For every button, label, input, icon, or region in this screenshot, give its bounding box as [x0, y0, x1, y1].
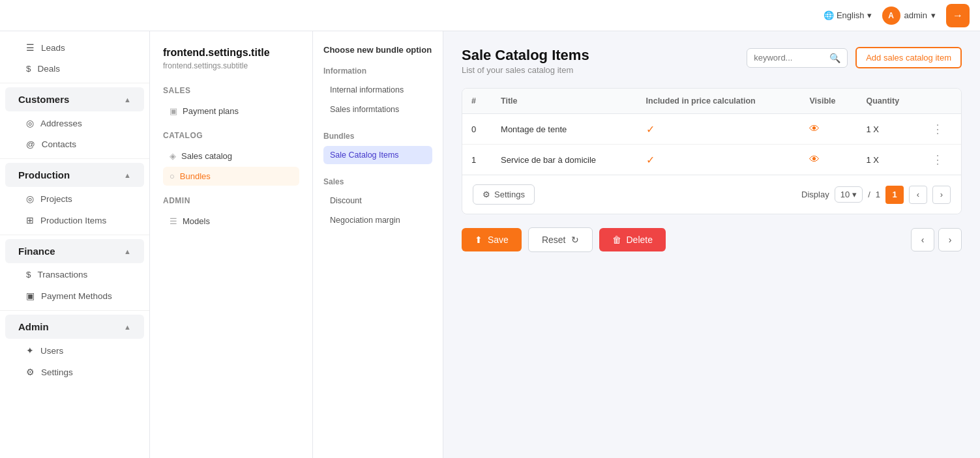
- catalog-header: Sale Catalog Items List of your sales ca…: [462, 47, 962, 75]
- display-count-selector[interactable]: 10 ▾: [835, 186, 863, 203]
- row-quantity: 1 X: [857, 114, 923, 145]
- add-catalog-item-button[interactable]: Add sales catalog item: [855, 47, 962, 68]
- row-visible[interactable]: 👁: [800, 145, 857, 175]
- nav-next-button[interactable]: ›: [938, 228, 962, 251]
- sidebar: ☰ Leads $ Deals Customers ▲ ◎ Addresses …: [0, 31, 150, 458]
- col-header-actions: [923, 89, 961, 114]
- check-icon: ✓: [646, 154, 655, 165]
- row-id: 1: [462, 145, 492, 175]
- payment-plans-icon: ▣: [170, 106, 177, 116]
- sidebar-item-projects[interactable]: ◎ Projects: [5, 188, 144, 209]
- catalog-title: Sale Catalog Items: [462, 47, 589, 64]
- reset-icon: ↻: [571, 235, 579, 245]
- contacts-icon: @: [26, 139, 35, 149]
- logout-button[interactable]: →: [946, 4, 970, 27]
- bundle-option-sales-info[interactable]: Sales informtations: [323, 100, 432, 119]
- more-options-icon[interactable]: ⋮: [932, 122, 943, 136]
- bundle-option-negociation[interactable]: Negociation margin: [323, 211, 432, 229]
- sidebar-item-label: Contacts: [42, 139, 76, 149]
- nav-prev-button[interactable]: ‹: [911, 228, 934, 251]
- pagination: Display 10 ▾ / 1 1 ‹ ›: [801, 186, 951, 204]
- sidebar-item-production-items[interactable]: ⊞ Production Items: [5, 210, 144, 231]
- sidebar-item-deals[interactable]: $ Deals: [5, 59, 144, 79]
- sidebar-item-label: Deals: [38, 64, 61, 74]
- bundles-section-label: Bundles: [323, 132, 432, 141]
- row-title: Montage de tente: [492, 114, 637, 145]
- sidebar-item-users[interactable]: ✦ Users: [5, 340, 144, 361]
- catalog-section-label: Catalog: [163, 131, 299, 140]
- sidebar-item-label: Projects: [40, 194, 72, 204]
- nav-payment-plans[interactable]: ▣ Payment plans: [163, 102, 299, 121]
- bundle-section-information: Information Internal informations Sales …: [323, 66, 432, 119]
- settings-btn-label: Settings: [494, 190, 525, 199]
- projects-icon: ◎: [26, 193, 34, 204]
- sidebar-section-customers[interactable]: Customers ▲: [5, 87, 144, 111]
- sales-catalog-icon: ◈: [170, 151, 176, 161]
- settings-panel-title: frontend.settings.title: [163, 47, 299, 59]
- chevron-down-icon: ▾: [852, 190, 857, 199]
- nav-bundles[interactable]: ○ Bundles: [163, 167, 299, 186]
- delete-button[interactable]: 🗑 Delete: [599, 228, 666, 251]
- prev-page-button[interactable]: ‹: [909, 186, 927, 204]
- catalog-title-group: Sale Catalog Items List of your sales ca…: [462, 47, 589, 75]
- sidebar-item-payment-methods[interactable]: ▣ Payment Methods: [5, 285, 144, 306]
- bundle-option-internal-info[interactable]: Internal informations: [323, 81, 432, 99]
- logout-icon: →: [953, 10, 963, 21]
- row-more[interactable]: ⋮: [923, 114, 961, 145]
- sidebar-item-transactions[interactable]: $ Transactions: [5, 265, 144, 285]
- settings-icon: ⚙: [26, 367, 35, 377]
- sidebar-item-settings[interactable]: ⚙ Settings: [5, 362, 144, 382]
- save-label: Save: [488, 235, 509, 245]
- catalog-subtitle: List of your sales catalog item: [462, 65, 589, 75]
- search-box[interactable]: 🔍: [747, 48, 848, 68]
- sidebar-item-contacts[interactable]: @ Contacts: [5, 134, 144, 154]
- customers-label: Customers: [18, 94, 69, 105]
- users-icon: ✦: [26, 345, 34, 356]
- col-header-title: Title: [492, 89, 637, 114]
- nav-sales-catalog[interactable]: ◈ Sales catalog: [163, 147, 299, 165]
- sales-section-label: Sales: [163, 86, 299, 95]
- reset-button[interactable]: Reset ↻: [528, 227, 593, 252]
- language-selector[interactable]: 🌐 English ▾: [824, 10, 872, 20]
- eye-icon[interactable]: 👁: [809, 123, 820, 134]
- next-page-button[interactable]: ›: [932, 186, 951, 204]
- catalog-actions: 🔍 Add sales catalog item: [747, 47, 962, 68]
- more-options-icon[interactable]: ⋮: [932, 153, 943, 166]
- nav-models[interactable]: ☰ Models: [163, 212, 299, 231]
- content-area: frontend.settings.title frontend.setting…: [150, 31, 980, 458]
- sidebar-item-label: Users: [40, 346, 63, 356]
- delete-label: Delete: [627, 235, 653, 245]
- navigation-buttons: ‹ ›: [911, 228, 962, 251]
- sidebar-item-label: Addresses: [40, 119, 82, 128]
- bundle-option-discount[interactable]: Discount: [323, 192, 432, 210]
- divider: [0, 310, 149, 311]
- col-header-quantity: Quantity: [857, 89, 923, 114]
- deals-icon: $: [26, 64, 31, 74]
- table-footer: ⚙ Settings Display 10 ▾ / 1 1 ‹ ›: [462, 175, 961, 214]
- bundle-option-sale-catalog[interactable]: Sale Catalog Items: [323, 146, 432, 164]
- sidebar-section-finance[interactable]: Finance ▲: [5, 239, 144, 263]
- chevron-icon: ▲: [124, 171, 131, 179]
- row-more[interactable]: ⋮: [923, 145, 961, 175]
- sidebar-item-leads[interactable]: ☰ Leads: [5, 37, 144, 58]
- admin-section-label: Admin: [163, 196, 299, 205]
- divider: [0, 158, 149, 159]
- chevron-icon: ▲: [124, 323, 131, 331]
- admin-menu[interactable]: A admin ▾: [882, 7, 936, 25]
- table-settings-button[interactable]: ⚙ Settings: [473, 184, 535, 205]
- sidebar-item-label: Transactions: [38, 270, 88, 279]
- row-visible[interactable]: 👁: [800, 114, 857, 145]
- models-icon: ☰: [170, 216, 177, 226]
- save-button[interactable]: ⬆ Save: [462, 228, 522, 251]
- row-quantity: 1 X: [857, 145, 923, 175]
- eye-icon[interactable]: 👁: [809, 154, 820, 165]
- reset-label: Reset: [542, 235, 566, 245]
- search-input[interactable]: [754, 53, 825, 63]
- sidebar-section-production[interactable]: Production ▲: [5, 163, 144, 187]
- sidebar-section-admin[interactable]: Admin ▲: [5, 315, 144, 339]
- sidebar-item-addresses[interactable]: ◎ Addresses: [5, 113, 144, 134]
- bundle-panel-title: Choose new bundle option: [323, 44, 432, 56]
- address-icon: ◎: [26, 118, 34, 128]
- nav-item-label: Payment plans: [183, 106, 239, 116]
- check-icon: ✓: [646, 124, 655, 135]
